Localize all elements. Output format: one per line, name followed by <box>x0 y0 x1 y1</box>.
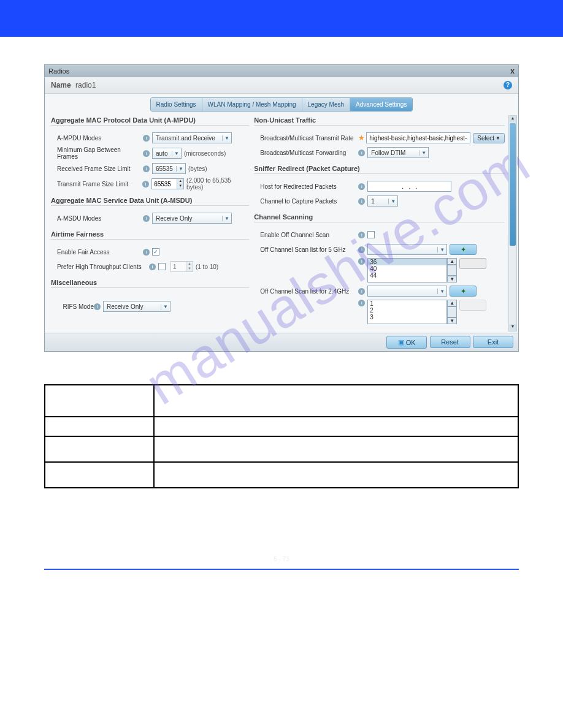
dialog-namebar: Name radio1 ? <box>45 77 518 94</box>
dropdown-min-gap[interactable]: auto▼ <box>152 148 182 159</box>
label-prefer-ht: Prefer High Throughput Clients <box>51 264 149 270</box>
list-item[interactable]: 36 <box>368 259 446 265</box>
listbox-off24[interactable]: 1 2 3 <box>367 300 447 324</box>
top-blue-bar <box>0 0 563 37</box>
min-gap-value: auto <box>156 150 167 157</box>
label-recv-limit: Received Frame Size Limit <box>51 165 143 172</box>
dropdown-bcast-fwd[interactable]: Follow DTIM▼ <box>367 147 429 158</box>
info-icon[interactable]: i <box>143 249 150 256</box>
list-scroll[interactable]: ▲▼ <box>447 300 457 324</box>
legend-amsdu: Aggregate MAC Service Data Unit (A-MSDU) <box>51 197 249 206</box>
remove-button[interactable] <box>459 300 486 311</box>
spinner-down-icon[interactable]: ▼ <box>177 184 183 189</box>
info-icon[interactable]: i <box>143 150 150 157</box>
info-icon[interactable]: i <box>358 198 365 205</box>
spinner-prefer-ht[interactable]: ▲▼ <box>170 261 193 272</box>
info-icon[interactable]: i <box>358 150 365 156</box>
remove-button[interactable] <box>459 258 486 269</box>
fieldset-misc: Miscellaneous RIFS Mode i Receive Only▼ <box>51 279 249 315</box>
spinner-down-icon[interactable]: ▼ <box>186 267 193 271</box>
tab-wlan-mapping[interactable]: WLAN Mapping / Mesh Mapping <box>202 98 302 111</box>
list-item[interactable]: 40 <box>368 265 446 272</box>
info-icon[interactable]: i <box>143 135 150 142</box>
dialog-body: manualshive.com Aggregate MAC Protocol D… <box>45 114 518 333</box>
spinner-up-icon[interactable]: ▲ <box>177 179 183 184</box>
list-item[interactable]: 2 <box>368 307 446 314</box>
dropdown-recv-limit[interactable]: 65535▼ <box>152 163 186 174</box>
scroll-thumb[interactable] <box>510 123 516 246</box>
tab-legacy-mesh[interactable]: Legacy Mesh <box>302 98 350 111</box>
list-item[interactable]: 3 <box>368 314 446 320</box>
recv-limit-value: 65535 <box>156 165 173 172</box>
info-icon[interactable]: i <box>143 215 150 222</box>
info-icon[interactable]: i <box>358 300 365 306</box>
legend-nonunicast: Non-Unicast Traffic <box>254 116 505 126</box>
input-bcast-rate[interactable] <box>366 132 470 143</box>
amsdu-modes-value: Receive Only <box>156 215 192 222</box>
exit-button[interactable]: Exit <box>473 336 513 348</box>
tab-advanced-settings[interactable]: Advanced Settings <box>350 98 412 111</box>
ok-button[interactable]: ▣OK <box>386 336 427 349</box>
scroll-down-icon[interactable]: ▼ <box>509 324 516 331</box>
select-button[interactable]: Select▼ <box>473 133 505 143</box>
intro-text: 6. Refer to the Aggregate MAC Protocol D… <box>44 375 519 382</box>
bcast-fwd-value: Follow DTIM <box>371 150 405 156</box>
table-key: A-MPDU Modes <box>45 385 154 417</box>
spinner-up-icon[interactable]: ▲ <box>186 262 193 267</box>
tab-radio-settings[interactable]: Radio Settings <box>151 98 202 111</box>
ampdu-modes-value: Transmit and Receive <box>156 135 215 142</box>
dropdown-chan-cap[interactable]: 1▼ <box>367 195 398 207</box>
dropdown-off24[interactable]: ▼ <box>367 286 447 297</box>
list-item[interactable]: 44 <box>368 272 446 279</box>
dialog-title: Radios <box>48 67 69 75</box>
dropdown-rifs[interactable]: Receive Only▼ <box>103 301 170 312</box>
chevron-down-icon: ▼ <box>176 166 183 172</box>
prefer-ht-input[interactable] <box>171 262 186 271</box>
table-val: If a support mode is enable allowing A-M… <box>154 436 518 462</box>
name-value: radio1 <box>75 81 96 89</box>
dropdown-amsdu-modes[interactable]: Receive Only▼ <box>152 213 232 224</box>
vertical-scrollbar[interactable]: ▲ ▼ <box>508 115 517 332</box>
input-host-redir[interactable] <box>367 181 451 192</box>
table-key: Minimum Gap Between Frames <box>45 417 154 436</box>
table-row: Minimum Gap Between FramesUse the drop-d… <box>45 417 518 436</box>
info-icon[interactable]: i <box>143 165 150 172</box>
info-icon[interactable]: i <box>94 303 101 310</box>
info-icon[interactable]: i <box>358 246 365 253</box>
chan-cap-value: 1 <box>371 198 375 205</box>
list-scroll[interactable]: ▲▼ <box>447 258 457 282</box>
listbox-off5[interactable]: 36 40 44 <box>367 258 447 282</box>
checkbox-fair-access[interactable]: ✓ <box>152 248 159 256</box>
info-icon[interactable]: i <box>142 181 149 188</box>
chevron-down-icon: ▼ <box>437 247 445 252</box>
chevron-down-icon: ▼ <box>496 135 500 141</box>
dropdown-off5[interactable]: ▼ <box>367 244 447 255</box>
add-button[interactable]: ✦ <box>450 244 477 255</box>
dialog-footer: ▣OK Reset Exit <box>45 333 518 351</box>
scroll-up-icon[interactable]: ▲ <box>509 116 516 123</box>
info-icon[interactable]: i <box>358 288 365 295</box>
label-bcast-rate: Broadcast/Multicast Transmit Rate <box>254 135 358 142</box>
fieldset-amsdu: Aggregate MAC Service Data Unit (A-MSDU)… <box>51 197 249 227</box>
legend-chscan: Channel Scanning <box>254 213 505 222</box>
footer-rule <box>44 569 519 570</box>
min-gap-unit: (microseconds) <box>184 150 226 157</box>
info-icon[interactable]: i <box>149 264 156 270</box>
info-icon[interactable]: i <box>358 258 365 265</box>
add-button[interactable]: ✦ <box>450 286 477 297</box>
label-off5: Off Channel Scan list for 5 GHz <box>254 246 358 253</box>
checkbox-enable-off[interactable] <box>367 231 375 238</box>
spinner-trans-limit[interactable]: ▲▼ <box>151 178 184 189</box>
checkbox-prefer-ht[interactable] <box>158 263 166 270</box>
table-row: Transmit Frame Size LimitUse the spinner… <box>45 462 518 488</box>
close-icon[interactable]: x <box>510 67 515 75</box>
info-icon[interactable]: i <box>358 232 365 238</box>
trans-limit-input[interactable] <box>152 179 177 189</box>
info-icon[interactable]: i <box>358 183 365 190</box>
reset-button[interactable]: Reset <box>430 336 470 348</box>
tab-bar: Radio Settings WLAN Mapping / Mesh Mappi… <box>150 97 413 112</box>
dropdown-ampdu-modes[interactable]: Transmit and Receive▼ <box>152 132 232 143</box>
table-row: A-MPDU ModesUse the drop-down menu to de… <box>45 385 518 417</box>
list-item[interactable]: 1 <box>368 300 446 307</box>
help-icon[interactable]: ? <box>504 81 512 89</box>
